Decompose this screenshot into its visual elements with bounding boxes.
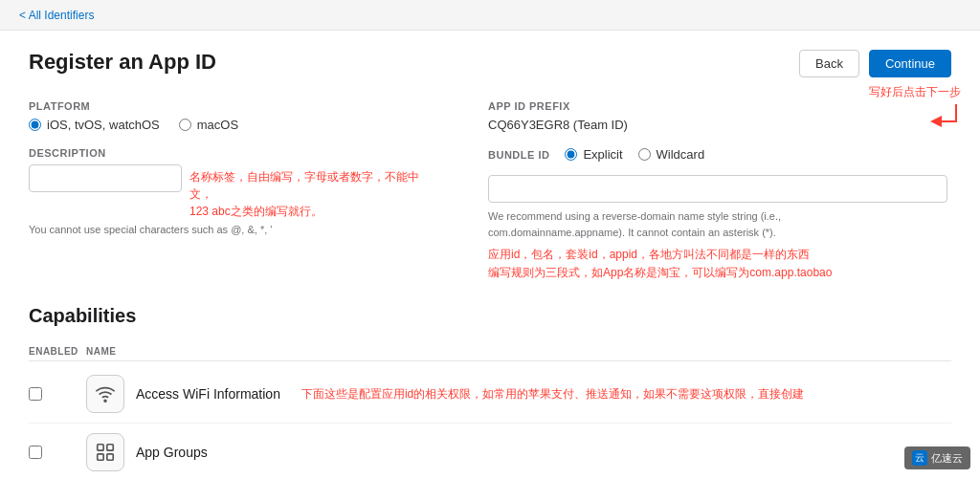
appgroups-checkbox-cell [29, 446, 86, 459]
capabilities-section: Capabilities ENABLED NAME Access WiFi In… [29, 305, 951, 479]
bundle-explicit-label: Explicit [583, 147, 622, 162]
continue-annotation-text: 写好后点击下一步 [869, 84, 961, 100]
bundle-id-row: Bundle ID Explicit Wildcard [488, 147, 947, 162]
page-content: Register an App ID Back Continue 写好后点击下一… [0, 31, 980, 479]
form-left: Platform iOS, tvOS, watchOS macOS Descri… [29, 100, 431, 282]
bundle-id-section: Bundle ID Explicit Wildcard com.app.taob… [488, 147, 947, 282]
bundle-id-input[interactable]: com.app.taobao [488, 175, 947, 203]
header-buttons: Back Continue 写好后点击下一步 [799, 50, 951, 77]
page-title: Register an App ID [29, 50, 216, 75]
wifi-checkbox[interactable] [29, 387, 42, 401]
platform-ios[interactable]: iOS, tvOS, watchOS [29, 118, 160, 132]
wifi-icon [86, 375, 124, 413]
platform-options: iOS, tvOS, watchOS macOS [29, 118, 431, 132]
wifi-annotation: 下面这些是配置应用id的相关权限，如常用的苹果支付、推送通知，如果不需要这项权限… [301, 386, 804, 403]
bundle-radio-group: Explicit Wildcard [565, 147, 704, 162]
wifi-name: Access WiFi Information 下面这些是配置应用id的相关权限… [136, 386, 951, 403]
page-header: Register an App ID Back Continue 写好后点击下一… [29, 50, 951, 77]
svg-rect-2 [98, 445, 103, 450]
form-section: Platform iOS, tvOS, watchOS macOS Descri… [29, 100, 951, 282]
watermark-text: 亿速云 [931, 451, 963, 466]
capability-row-wifi: Access WiFi Information 下面这些是配置应用id的相关权限… [29, 365, 951, 424]
bundle-annotation: 应用id，包名，套装id，appid，各地方叫法不同都是一样的东西 编写规则为三… [488, 246, 947, 282]
bundle-wildcard[interactable]: Wildcard [638, 147, 705, 162]
back-link[interactable]: < All Identifiers [19, 9, 94, 22]
back-button[interactable]: Back [799, 50, 859, 77]
watermark: 云 亿速云 [904, 446, 970, 469]
col-enabled-header: ENABLED [29, 346, 86, 357]
bundle-id-label: Bundle ID [488, 149, 549, 161]
description-field: Description 12345 名称标签，自由编写，字母或者数字，不能中文，… [29, 147, 431, 235]
svg-rect-3 [107, 445, 113, 450]
platform-label: Platform [29, 100, 431, 112]
capability-row-appgroups: App Groups [29, 424, 951, 479]
bundle-wildcard-radio[interactable] [638, 148, 651, 161]
bundle-explicit-radio[interactable] [565, 148, 577, 161]
bundle-explicit[interactable]: Explicit [565, 147, 622, 162]
platform-macos-label: macOS [197, 118, 238, 132]
col-name-header: NAME [86, 346, 951, 357]
appgroups-name: App Groups [136, 445, 951, 460]
capabilities-title: Capabilities [29, 305, 951, 327]
platform-ios-radio[interactable] [29, 119, 41, 131]
svg-rect-5 [107, 454, 113, 460]
description-hint: You cannot use special characters such a… [29, 224, 431, 235]
wifi-name-text: Access WiFi Information [136, 386, 280, 402]
capabilities-header: ENABLED NAME [29, 342, 951, 361]
continue-annotation: 写好后点击下一步 [869, 84, 961, 131]
svg-point-1 [104, 401, 106, 403]
arrow-icon [923, 102, 961, 131]
appgroups-icon [86, 433, 124, 471]
platform-macos[interactable]: macOS [179, 118, 238, 132]
appgroups-name-text: App Groups [136, 445, 208, 460]
bundle-hint: We recommend using a reverse-domain name… [488, 208, 947, 240]
watermark-icon: 云 [912, 450, 927, 466]
continue-button[interactable]: Continue [869, 50, 951, 77]
description-input[interactable]: 12345 [29, 164, 182, 192]
appgroups-checkbox[interactable] [29, 446, 42, 459]
svg-rect-4 [98, 454, 103, 460]
top-nav: < All Identifiers [0, 0, 980, 31]
platform-macos-radio[interactable] [179, 119, 191, 131]
description-annotation: 名称标签，自由编写，字母或者数字，不能中文，123 abc之类的编写就行。 [189, 168, 431, 220]
bundle-wildcard-label: Wildcard [657, 147, 705, 162]
wifi-checkbox-cell [29, 387, 86, 401]
platform-ios-label: iOS, tvOS, watchOS [47, 118, 160, 132]
description-label: Description [29, 147, 431, 159]
